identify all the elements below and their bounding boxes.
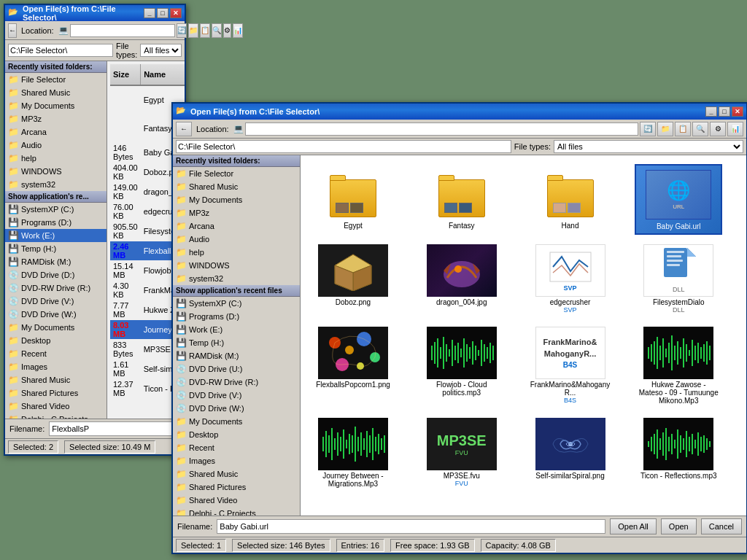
tb2-btn-4[interactable]: 🔍: [692, 122, 708, 136]
folder-desktop-1[interactable]: 📁Desktop: [5, 334, 107, 347]
folder-sharedmusic2-1[interactable]: 📁Shared Music: [5, 373, 107, 386]
icon-doboz[interactable]: Doboz.png: [309, 241, 397, 317]
folder-sharedpics-2[interactable]: 📁Shared Pictures: [173, 481, 300, 494]
drive-dvd-w-1[interactable]: 💿DVD Drive (W:): [5, 308, 107, 321]
left-item-system32-1[interactable]: 📁system32: [5, 178, 107, 191]
drive-sysxp-2[interactable]: 💾SystemXP (C:): [173, 297, 300, 310]
icon-fantasy[interactable]: Fantasy: [418, 164, 506, 235]
folder-desktop-2[interactable]: 📁Desktop: [173, 428, 300, 441]
cancel-button-2[interactable]: Cancel: [701, 518, 742, 534]
icon-edgecrusher[interactable]: SVP edgecrusher SVP: [527, 241, 614, 317]
left-item-fileselector-1[interactable]: 📁File Selector: [5, 73, 107, 86]
icon-journey[interactable]: Journey Between - Migrations.Mp3: [309, 414, 397, 491]
icon-fsdll[interactable]: DLL FilesystemDialo DLL: [635, 241, 722, 317]
filename-input-2[interactable]: [217, 519, 605, 534]
drive-dvd-d-1[interactable]: 💿DVD Drive (D:): [5, 268, 107, 281]
titlebar-1[interactable]: 📂 Open File(s) from C:\File Selector\ _ …: [5, 5, 185, 21]
tb-btn-3[interactable]: 📋: [200, 23, 210, 38]
drive-dvdrw-2[interactable]: 💿DVD-RW Drive (R:): [173, 376, 300, 389]
tb-btn-2[interactable]: 📁: [188, 23, 198, 38]
minimize-button-2[interactable]: _: [705, 106, 717, 117]
folder-sharedvideo-2[interactable]: 📁Shared Video: [173, 494, 300, 507]
folder-sharedpics-1[interactable]: 📁Shared Pictures: [5, 386, 107, 400]
minimize-button-1[interactable]: _: [144, 8, 155, 18]
drive-ramdisk-2[interactable]: 💾RAMDisk (M:): [173, 349, 300, 362]
left-item-audio-1[interactable]: 📁Audio: [5, 139, 107, 152]
icon-hukwe[interactable]: Hukwe Zawose - Mateso - 09 - Tumuunge Mi…: [635, 323, 722, 408]
icon-egypt[interactable]: Egypt: [309, 164, 397, 235]
drive-dvd-w-2[interactable]: 💿DVD Drive (W:): [173, 402, 300, 415]
folder-mydocs2-2[interactable]: 📁My Documents: [173, 415, 300, 428]
left-item-mp3z-1[interactable]: 📁MP3z: [5, 112, 107, 125]
tb2-btn-5[interactable]: ⚙: [710, 122, 726, 136]
icon-dragon[interactable]: dragon_004.jpg: [418, 241, 506, 317]
left-item-mp3z-2[interactable]: 📁MP3z: [173, 206, 300, 219]
location-input-1[interactable]: My Computer: [70, 24, 175, 37]
left-item-help-1[interactable]: 📁help: [5, 152, 107, 165]
back-button-1[interactable]: ←: [8, 23, 17, 38]
tb2-btn-1[interactable]: 🔄: [640, 122, 656, 136]
folder-images-1[interactable]: 📁Images: [5, 360, 107, 373]
left-item-arcana-2[interactable]: 📁Arcana: [173, 219, 300, 233]
drive-programs-1[interactable]: 💾Programs (D:): [5, 216, 107, 229]
tb2-btn-2[interactable]: 📁: [657, 122, 673, 136]
icon-frankmarino[interactable]: FrankMarino&MahoganyR... B4S FrankMarino…: [527, 323, 614, 408]
left-item-sharedmusic-1[interactable]: 📁Shared Music: [5, 86, 107, 99]
left-item-mydocs-1[interactable]: 📁My Documents: [5, 99, 107, 112]
left-item-mydocs-2[interactable]: 📁My Documents: [173, 193, 300, 206]
icon-mp3se[interactable]: MP3SE FVU MP3SE.fvu FVU: [418, 414, 506, 491]
drive-dvd-v-1[interactable]: 💿DVD Drive (V:): [5, 295, 107, 308]
tb-btn-1[interactable]: 🔄: [177, 23, 187, 38]
maximize-button-2[interactable]: □: [719, 106, 730, 117]
left-item-audio-2[interactable]: 📁Audio: [173, 233, 300, 246]
icon-babygabi[interactable]: 🌐 URL Baby Gabi.url: [635, 164, 722, 235]
folder-recent-2[interactable]: 📁Recent: [173, 441, 300, 454]
drive-ramdisk-1[interactable]: 💾RAMDisk (M:): [5, 255, 107, 268]
drive-temp-1[interactable]: 💾Temp (H:): [5, 242, 107, 255]
folder-delphi-2[interactable]: 📁Delphi - C Projects: [173, 507, 300, 516]
path-input-2[interactable]: [176, 140, 511, 153]
left-item-arcana-1[interactable]: 📁Arcana: [5, 125, 107, 139]
maximize-button-1[interactable]: □: [157, 8, 169, 18]
close-button-1[interactable]: ✕: [170, 8, 182, 18]
filetype-select-1[interactable]: All files: [140, 44, 182, 57]
tb-btn-4[interactable]: 🔍: [212, 23, 222, 38]
drive-programs-2[interactable]: 💾Programs (D:): [173, 310, 300, 323]
tb2-btn-3[interactable]: 📋: [675, 122, 691, 136]
filetype-select-2[interactable]: All files: [554, 140, 743, 153]
close-button-2[interactable]: ✕: [732, 106, 743, 117]
drive-temp-2[interactable]: 💾Temp (H:): [173, 336, 300, 349]
drive-dvd-v-2[interactable]: 💿DVD Drive (V:): [173, 389, 300, 402]
drive-work-2[interactable]: 💾Work (E:): [173, 323, 300, 336]
left-item-windows-2[interactable]: 📁WINDOWS: [173, 259, 300, 272]
path-input-1[interactable]: [8, 44, 113, 57]
titlebar-2[interactable]: 📂 Open File(s) from C:\File Selector\ _ …: [173, 104, 746, 120]
folder-recent-1[interactable]: 📁Recent: [5, 347, 107, 360]
open-all-button[interactable]: Open All: [610, 518, 657, 534]
folder-sharedmusic2-2[interactable]: 📁Shared Music: [173, 467, 300, 481]
left-item-system32-2[interactable]: 📁system32: [173, 272, 300, 285]
left-item-sharedmusic-2[interactable]: 📁Shared Music: [173, 180, 300, 193]
open-button[interactable]: Open: [661, 518, 697, 534]
tb-btn-6[interactable]: 📊: [233, 23, 243, 38]
folder-delphi-1[interactable]: 📁Delphi - C Projects: [5, 413, 107, 419]
back-button-2[interactable]: ←: [176, 122, 192, 136]
icon-ticon[interactable]: Ticon - Reflections.mp3: [635, 414, 722, 491]
folder-images-2[interactable]: 📁Images: [173, 454, 300, 467]
drive-dvd-u-2[interactable]: 💿DVD Drive (U:): [173, 362, 300, 376]
folder-mydocs2-1[interactable]: 📁My Documents: [5, 321, 107, 334]
location-input-2[interactable]: My Computer: [245, 122, 638, 136]
tb2-btn-6[interactable]: 📊: [727, 122, 743, 136]
left-item-windows-1[interactable]: 📁WINDOWS: [5, 165, 107, 178]
left-item-fileselector-2[interactable]: 📁File Selector: [173, 167, 300, 180]
tb-btn-5[interactable]: ⚙: [223, 23, 231, 38]
drive-dvdrw-1[interactable]: 💿DVD-RW Drive (R:): [5, 281, 107, 295]
drive-work-1[interactable]: 💾Work (E:): [5, 229, 107, 242]
left-item-help-2[interactable]: 📁help: [173, 246, 300, 259]
icon-hand[interactable]: Hand: [527, 164, 614, 235]
icon-flexballs[interactable]: FlexballsPopcorn1.png: [309, 323, 397, 408]
drive-sysxp-1[interactable]: 💾SystemXP (C:): [5, 203, 107, 216]
icon-flowjob[interactable]: Flowjob - Cloud politics.mp3: [418, 323, 506, 408]
folder-sharedvideo-1[interactable]: 📁Shared Video: [5, 400, 107, 413]
icon-selfsimilar[interactable]: Self-similarSpiral.png: [527, 414, 614, 491]
